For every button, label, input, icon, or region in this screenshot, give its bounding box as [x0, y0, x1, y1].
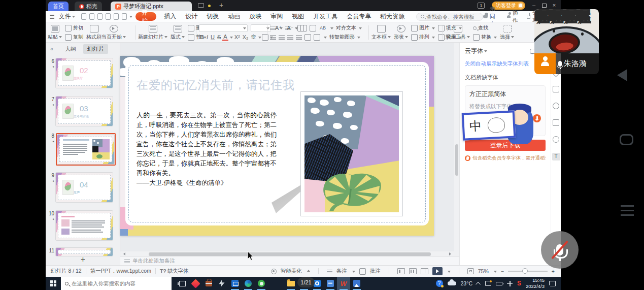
command-search-input[interactable]: [426, 14, 482, 20]
text-effects-button[interactable]: 变: [250, 34, 257, 41]
font-name-select[interactable]: [199, 24, 248, 32]
android-back-button[interactable]: [617, 69, 627, 81]
indent-decrease-icon[interactable]: [300, 25, 307, 31]
export-icon[interactable]: [89, 13, 94, 20]
android-home-button[interactable]: [620, 134, 633, 145]
app-lightning[interactable]: [215, 277, 228, 290]
fit-slide-icon[interactable]: [467, 268, 474, 274]
slide-thumbnail-8-selected[interactable]: [56, 133, 116, 166]
input-method-icon[interactable]: [507, 281, 513, 286]
tab-docer[interactable]: 稻壳: [75, 2, 102, 11]
menu-review[interactable]: 审阅: [266, 12, 287, 21]
slide-picture[interactable]: [300, 91, 403, 216]
replace-button[interactable]: 替换: [473, 34, 497, 41]
select-button[interactable]: 选择: [500, 23, 514, 42]
zoom-slider[interactable]: [508, 271, 548, 272]
download-icon[interactable]: [533, 114, 541, 122]
align-text-button[interactable]: 对齐文本: [336, 24, 362, 31]
align-center-icon[interactable]: [279, 35, 285, 40]
taskbar-search-input[interactable]: [72, 280, 158, 286]
print-icon[interactable]: [97, 13, 103, 20]
missing-font-status[interactable]: 缺失字体: [167, 268, 189, 275]
zoom-out-button[interactable]: −: [501, 268, 504, 274]
undo-icon[interactable]: [114, 13, 119, 20]
task-view-button[interactable]: [176, 277, 189, 290]
find-button[interactable]: 查找: [473, 24, 497, 31]
scroll-right-icon[interactable]: [449, 252, 453, 255]
align-left-icon[interactable]: [270, 35, 276, 40]
app-edge[interactable]: [242, 277, 255, 290]
subscript-button[interactable]: X₂: [242, 34, 250, 40]
play-from-current-button[interactable]: 当页开始: [101, 23, 126, 42]
save-icon[interactable]: [81, 13, 86, 20]
superscript-button[interactable]: X²: [233, 34, 241, 40]
s-tray-icon[interactable]: S: [517, 280, 521, 287]
taskbar-search[interactable]: [61, 277, 172, 290]
app-photos[interactable]: [350, 277, 363, 290]
app-mail[interactable]: [228, 277, 242, 290]
italic-button[interactable]: I: [206, 34, 209, 40]
start-button[interactable]: [46, 277, 61, 290]
tray-expand-icon[interactable]: [476, 281, 481, 286]
cloud-font-toggle[interactable]: T: [552, 153, 560, 160]
zoom-slider-knob[interactable]: [522, 268, 528, 274]
note-button[interactable]: 备注: [336, 268, 347, 275]
copy-button[interactable]: 复制: [65, 34, 83, 41]
vertical-scrollbar[interactable]: [454, 43, 459, 251]
app-file-explorer[interactable]: [284, 277, 297, 290]
temperature[interactable]: 23°C: [461, 280, 472, 286]
paste-button[interactable]: 粘贴: [48, 23, 62, 42]
menu-transition[interactable]: 切换: [202, 12, 223, 21]
beautify-button[interactable]: 智能美化: [281, 268, 302, 275]
font-size-select[interactable]: [251, 24, 271, 32]
text-direction-button[interactable]: AB: [319, 25, 327, 30]
zoom-in-button[interactable]: +: [552, 268, 555, 274]
slide-title[interactable]: 在爱的记忆消失前，请记住我: [137, 77, 295, 93]
app-green-browser[interactable]: [255, 277, 268, 290]
menu-devtools[interactable]: 开发工具: [309, 12, 342, 21]
notes-bar[interactable]: 单击此处添加备注: [120, 256, 459, 265]
normal-view-button[interactable]: [397, 268, 405, 274]
login-download-button[interactable]: 登录后下载: [465, 140, 546, 151]
menu-member[interactable]: 会员专享: [342, 12, 376, 21]
tab-outline[interactable]: 大纲: [61, 44, 80, 54]
close-font-list-link[interactable]: 关闭自动展示缺失字体列表: [465, 60, 546, 68]
app-wps[interactable]: W: [337, 277, 350, 290]
new-tab-button[interactable]: +: [217, 1, 225, 9]
slide-body-text[interactable]: 人的一生，要死去三次。第一次，当你的心跳停止，呼吸消逝，你在生物学上被宣告了死亡…: [137, 111, 277, 188]
textbox-button[interactable]: 文本框: [371, 23, 391, 42]
scroll-left-icon[interactable]: [122, 252, 125, 255]
layout-button[interactable]: 版式: [171, 23, 185, 42]
quickbar-more-icon[interactable]: [129, 16, 132, 19]
collaborate-button[interactable]: 协作: [507, 9, 520, 24]
line-spacing-icon[interactable]: [304, 34, 311, 41]
slide-thumbnail-9[interactable]: 04尾声: [56, 173, 113, 202]
app-diamond[interactable]: [189, 277, 202, 290]
app-notes[interactable]: [324, 277, 337, 290]
strike-button[interactable]: S: [216, 34, 222, 40]
command-search[interactable]: [416, 13, 483, 21]
indent-increase-icon[interactable]: [310, 25, 316, 31]
columns-icon[interactable]: [314, 34, 320, 41]
cut-button[interactable]: 剪切: [65, 24, 83, 31]
notification-tray-icon[interactable]: [485, 281, 491, 286]
underline-button[interactable]: U: [210, 34, 216, 40]
slideshow-play-button[interactable]: [432, 267, 443, 275]
missing-font-icon[interactable]: T?: [160, 268, 166, 274]
comment-edit-icon[interactable]: [553, 119, 559, 126]
weather-cloud-icon[interactable]: [448, 281, 456, 285]
present-tools-button[interactable]: 演示工具: [446, 23, 470, 42]
slide-8-canvas[interactable]: 在爱的记忆消失前，请记住我 人的一生，要死去三次。第一次，当你的心跳停止，呼吸消…: [120, 56, 434, 236]
clock[interactable]: 15:452022/4/3: [526, 277, 545, 289]
new-slide-button[interactable]: 新建幻灯片: [138, 23, 167, 42]
slide-thumbnail-6[interactable]: 02放映厅: [56, 58, 113, 88]
picture-button[interactable]: 图片: [411, 24, 435, 31]
mic-muted-fab[interactable]: [541, 231, 579, 269]
menu-slideshow[interactable]: 放映: [245, 12, 266, 21]
menu-start[interactable]: 开始: [135, 12, 156, 21]
zoom-level[interactable]: 75%: [478, 268, 489, 274]
redo-icon[interactable]: [122, 13, 127, 20]
panel-collapse-button[interactable]: «: [46, 46, 58, 52]
sorter-view-button[interactable]: [409, 268, 417, 274]
menu-docer-res[interactable]: 稻壳资源: [376, 12, 409, 21]
